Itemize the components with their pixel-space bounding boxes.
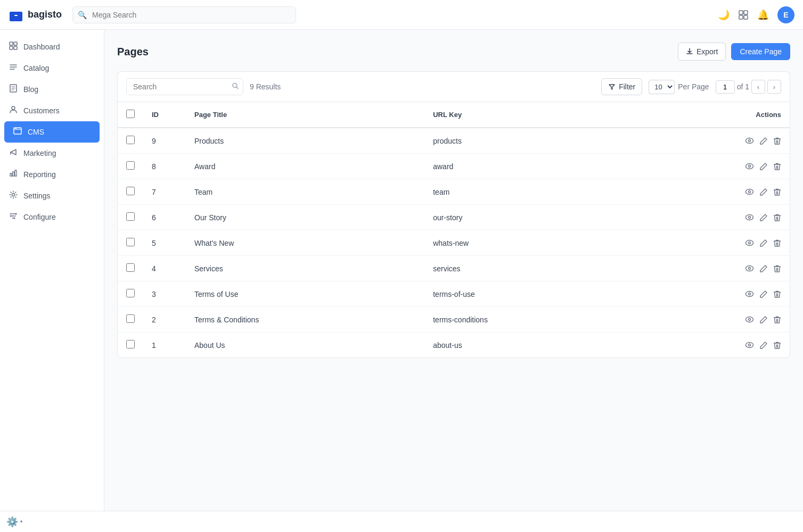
row-checkbox-cell (118, 307, 143, 332)
view-icon[interactable] (745, 213, 754, 222)
row-checkbox[interactable] (126, 238, 135, 246)
sidebar-item-settings[interactable]: Settings (0, 185, 104, 206)
row-checkbox[interactable] (126, 187, 135, 195)
settings-icon (9, 190, 18, 201)
avatar[interactable]: E (777, 6, 794, 23)
row-actions (634, 154, 790, 179)
table-row: 3 Terms of Use terms-of-use (118, 281, 790, 307)
mega-search-input[interactable] (72, 6, 296, 23)
sidebar-item-label: Reporting (23, 170, 56, 179)
delete-icon[interactable] (773, 137, 781, 145)
svg-rect-9 (14, 46, 17, 49)
moon-icon[interactable]: 🌙 (718, 9, 730, 21)
page-title: Pages (117, 46, 149, 58)
delete-icon[interactable] (773, 188, 781, 196)
row-checkbox-cell (118, 179, 143, 205)
filter-button[interactable]: Filter (601, 78, 642, 95)
sidebar-item-cms[interactable]: CMS (4, 121, 100, 143)
edit-icon[interactable] (759, 264, 768, 273)
view-icon[interactable] (745, 136, 754, 145)
svg-rect-8 (10, 46, 13, 49)
view-icon[interactable] (745, 315, 754, 324)
search-wrap (126, 78, 243, 95)
sidebar-item-catalog[interactable]: Catalog (0, 57, 104, 79)
row-checkbox-cell (118, 154, 143, 179)
bell-icon[interactable]: 🔔 (757, 9, 769, 21)
row-checkbox[interactable] (126, 314, 135, 323)
row-checkbox-cell (118, 256, 143, 281)
prev-page-button[interactable]: ‹ (751, 80, 765, 94)
row-id: 9 (143, 128, 186, 154)
grid-icon[interactable] (738, 10, 749, 20)
svg-point-11 (12, 106, 15, 110)
row-id: 3 (143, 281, 186, 307)
edit-icon[interactable] (759, 213, 768, 222)
row-checkbox[interactable] (126, 289, 135, 297)
select-all-checkbox[interactable] (126, 110, 135, 118)
row-checkbox[interactable] (126, 340, 135, 348)
sidebar-item-dashboard[interactable]: Dashboard (0, 36, 104, 57)
view-icon[interactable] (745, 264, 754, 273)
per-page-select[interactable]: 10 25 50 (649, 80, 675, 94)
row-checkbox-cell (118, 230, 143, 256)
delete-icon[interactable] (773, 264, 781, 273)
row-id: 2 (143, 307, 186, 332)
page-title-column-header: Page Title (186, 102, 424, 128)
edit-icon[interactable] (759, 239, 768, 247)
pages-table: ID Page Title URL Key Actions 9 Products… (118, 102, 790, 358)
row-id: 4 (143, 256, 186, 281)
view-icon[interactable] (745, 162, 754, 171)
sidebar-item-configure[interactable]: Configure (0, 206, 104, 228)
row-checkbox[interactable] (126, 212, 135, 221)
delete-icon[interactable] (773, 162, 781, 171)
svg-point-24 (746, 189, 753, 195)
edit-icon[interactable] (759, 162, 768, 171)
sidebar-item-reporting[interactable]: Reporting (0, 164, 104, 185)
sidebar-item-label: CMS (28, 128, 44, 136)
delete-icon[interactable] (773, 213, 781, 222)
svg-point-37 (749, 344, 751, 346)
svg-point-34 (746, 317, 753, 322)
view-icon[interactable] (745, 187, 754, 196)
page-number-input[interactable]: 1 (716, 80, 735, 94)
edit-icon[interactable] (759, 137, 768, 145)
row-url-key: products (424, 128, 634, 154)
export-button[interactable]: Export (678, 43, 726, 61)
sidebar-item-marketing[interactable]: Marketing (0, 143, 104, 164)
row-url-key: award (424, 154, 634, 179)
sidebar-item-blog[interactable]: Blog (0, 79, 104, 100)
delete-icon[interactable] (773, 239, 781, 247)
svg-rect-7 (14, 42, 17, 45)
create-page-button[interactable]: Create Page (731, 43, 790, 60)
view-icon[interactable] (745, 289, 754, 298)
edit-icon[interactable] (759, 290, 768, 298)
row-page-title: About Us (186, 332, 424, 358)
delete-icon[interactable] (773, 315, 781, 324)
export-icon (686, 48, 693, 55)
next-page-button[interactable]: › (767, 80, 781, 94)
table-row: 6 Our Story our-story (118, 205, 790, 230)
row-actions (634, 256, 790, 281)
table-row: 4 Services services (118, 256, 790, 281)
view-icon[interactable] (745, 340, 754, 350)
logo-icon (9, 7, 23, 22)
svg-point-13 (15, 128, 16, 129)
table-search-icon[interactable] (232, 82, 239, 92)
row-url-key: about-us (424, 332, 634, 358)
delete-icon[interactable] (773, 341, 781, 350)
per-page-label: Per Page (678, 82, 709, 91)
sidebar-item-label: Blog (23, 85, 38, 94)
row-checkbox[interactable] (126, 161, 135, 170)
row-checkbox[interactable] (126, 136, 135, 144)
edit-icon[interactable] (759, 315, 768, 324)
svg-point-30 (746, 266, 753, 271)
sidebar-item-customers[interactable]: Customers (0, 100, 104, 121)
row-checkbox[interactable] (126, 263, 135, 272)
logo-area: bagisto (9, 7, 62, 22)
edit-icon[interactable] (759, 341, 768, 350)
table-search-input[interactable] (126, 78, 243, 95)
edit-icon[interactable] (759, 188, 768, 196)
view-icon[interactable] (745, 238, 754, 247)
svg-rect-1 (14, 15, 18, 16)
delete-icon[interactable] (773, 290, 781, 298)
